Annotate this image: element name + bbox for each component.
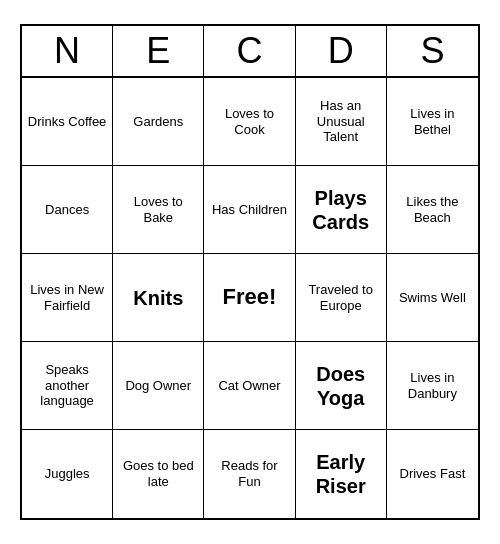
bingo-cell[interactable]: Reads for Fun xyxy=(204,430,295,518)
bingo-cell[interactable]: Early Riser xyxy=(296,430,387,518)
bingo-cell[interactable]: Dances xyxy=(22,166,113,254)
header-letter: S xyxy=(387,26,478,76)
bingo-cell[interactable]: Dog Owner xyxy=(113,342,204,430)
bingo-cell[interactable]: Loves to Bake xyxy=(113,166,204,254)
bingo-cell[interactable]: Drives Fast xyxy=(387,430,478,518)
bingo-cell[interactable]: Cat Owner xyxy=(204,342,295,430)
header-letter: N xyxy=(22,26,113,76)
bingo-cell[interactable]: Has an Unusual Talent xyxy=(296,78,387,166)
bingo-cell[interactable]: Traveled to Europe xyxy=(296,254,387,342)
bingo-cell[interactable]: Loves to Cook xyxy=(204,78,295,166)
bingo-cell[interactable]: Plays Cards xyxy=(296,166,387,254)
bingo-cell[interactable]: Drinks Coffee xyxy=(22,78,113,166)
bingo-cell[interactable]: Goes to bed late xyxy=(113,430,204,518)
bingo-cell[interactable]: Free! xyxy=(204,254,295,342)
bingo-cell[interactable]: Likes the Beach xyxy=(387,166,478,254)
bingo-cell[interactable]: Lives in Bethel xyxy=(387,78,478,166)
bingo-cell[interactable]: Has Children xyxy=(204,166,295,254)
bingo-cell[interactable]: Knits xyxy=(113,254,204,342)
bingo-cell[interactable]: Lives in New Fairfield xyxy=(22,254,113,342)
bingo-cell[interactable]: Lives in Danbury xyxy=(387,342,478,430)
bingo-cell[interactable]: Speaks another language xyxy=(22,342,113,430)
bingo-card: NECDS Drinks CoffeeGardensLoves to CookH… xyxy=(20,24,480,520)
bingo-header: NECDS xyxy=(22,26,478,78)
header-letter: C xyxy=(204,26,295,76)
bingo-cell[interactable]: Does Yoga xyxy=(296,342,387,430)
bingo-cell[interactable]: Gardens xyxy=(113,78,204,166)
bingo-cell[interactable]: Swims Well xyxy=(387,254,478,342)
header-letter: E xyxy=(113,26,204,76)
bingo-grid: Drinks CoffeeGardensLoves to CookHas an … xyxy=(22,78,478,518)
bingo-cell[interactable]: Juggles xyxy=(22,430,113,518)
header-letter: D xyxy=(296,26,387,76)
